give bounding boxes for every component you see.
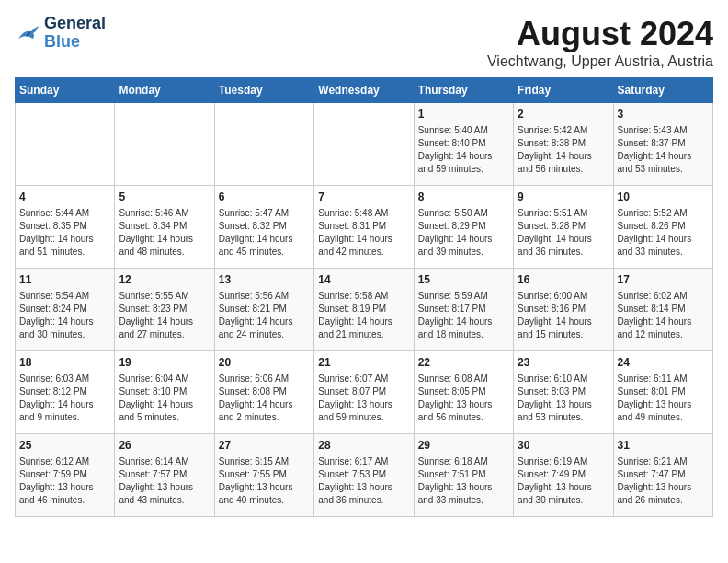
calendar-cell: 4Sunrise: 5:44 AM Sunset: 8:35 PM Daylig… bbox=[16, 186, 115, 269]
calendar-table: SundayMondayTuesdayWednesdayThursdayFrid… bbox=[15, 77, 713, 517]
day-header-wednesday: Wednesday bbox=[314, 78, 414, 103]
calendar-cell: 23Sunrise: 6:10 AM Sunset: 8:03 PM Dayli… bbox=[514, 351, 613, 434]
day-detail: Sunrise: 6:10 AM Sunset: 8:03 PM Dayligh… bbox=[518, 373, 609, 424]
day-number: 16 bbox=[518, 272, 609, 288]
calendar-cell bbox=[16, 103, 115, 186]
calendar-title: August 2024 bbox=[487, 15, 713, 53]
day-detail: Sunrise: 6:04 AM Sunset: 8:10 PM Dayligh… bbox=[119, 373, 210, 424]
calendar-subtitle: Viechtwang, Upper Austria, Austria bbox=[487, 53, 713, 70]
day-number: 31 bbox=[618, 438, 709, 454]
day-detail: Sunrise: 6:15 AM Sunset: 7:55 PM Dayligh… bbox=[219, 455, 310, 507]
calendar-cell: 5Sunrise: 5:46 AM Sunset: 8:34 PM Daylig… bbox=[115, 186, 214, 269]
calendar-cell bbox=[314, 103, 414, 186]
day-detail: Sunrise: 6:03 AM Sunset: 8:12 PM Dayligh… bbox=[19, 373, 110, 424]
day-detail: Sunrise: 5:52 AM Sunset: 8:26 PM Dayligh… bbox=[618, 207, 709, 259]
day-detail: Sunrise: 6:11 AM Sunset: 8:01 PM Dayligh… bbox=[618, 373, 709, 424]
days-header-row: SundayMondayTuesdayWednesdayThursdayFrid… bbox=[16, 78, 713, 103]
calendar-cell: 24Sunrise: 6:11 AM Sunset: 8:01 PM Dayli… bbox=[613, 351, 712, 434]
day-number: 13 bbox=[219, 272, 310, 288]
calendar-header: SundayMondayTuesdayWednesdayThursdayFrid… bbox=[16, 78, 713, 103]
week-row-1: 1Sunrise: 5:40 AM Sunset: 8:40 PM Daylig… bbox=[16, 103, 713, 186]
day-number: 9 bbox=[518, 190, 609, 205]
day-number: 19 bbox=[119, 355, 210, 371]
day-detail: Sunrise: 6:18 AM Sunset: 7:51 PM Dayligh… bbox=[418, 455, 509, 507]
day-number: 22 bbox=[418, 355, 509, 371]
week-row-3: 11Sunrise: 5:54 AM Sunset: 8:24 PM Dayli… bbox=[16, 269, 713, 351]
day-number: 11 bbox=[19, 272, 110, 288]
day-detail: Sunrise: 5:42 AM Sunset: 8:38 PM Dayligh… bbox=[518, 124, 609, 176]
logo-bird-icon bbox=[15, 22, 40, 44]
calendar-cell: 27Sunrise: 6:15 AM Sunset: 7:55 PM Dayli… bbox=[214, 434, 313, 517]
calendar-cell: 21Sunrise: 6:07 AM Sunset: 8:07 PM Dayli… bbox=[314, 351, 414, 434]
day-number: 20 bbox=[219, 355, 310, 371]
calendar-cell: 20Sunrise: 6:06 AM Sunset: 8:08 PM Dayli… bbox=[214, 351, 313, 434]
calendar-cell bbox=[115, 103, 214, 186]
logo-line1: General bbox=[44, 15, 106, 33]
day-number: 17 bbox=[618, 272, 709, 288]
day-number: 1 bbox=[418, 107, 509, 122]
day-number: 25 bbox=[19, 438, 110, 454]
calendar-cell: 7Sunrise: 5:48 AM Sunset: 8:31 PM Daylig… bbox=[314, 186, 414, 269]
day-detail: Sunrise: 5:59 AM Sunset: 8:17 PM Dayligh… bbox=[418, 290, 509, 341]
day-detail: Sunrise: 6:00 AM Sunset: 8:16 PM Dayligh… bbox=[518, 290, 609, 341]
logo-line2: Blue bbox=[44, 33, 106, 52]
page-header: General Blue August 2024 Viechtwang, Upp… bbox=[15, 15, 713, 70]
calendar-cell: 17Sunrise: 6:02 AM Sunset: 8:14 PM Dayli… bbox=[613, 269, 712, 351]
day-detail: Sunrise: 5:56 AM Sunset: 8:21 PM Dayligh… bbox=[219, 290, 310, 341]
calendar-cell: 9Sunrise: 5:51 AM Sunset: 8:28 PM Daylig… bbox=[514, 186, 613, 269]
day-header-friday: Friday bbox=[514, 78, 613, 103]
day-detail: Sunrise: 5:54 AM Sunset: 8:24 PM Dayligh… bbox=[19, 290, 110, 341]
week-row-4: 18Sunrise: 6:03 AM Sunset: 8:12 PM Dayli… bbox=[16, 351, 713, 434]
day-number: 30 bbox=[518, 438, 609, 454]
day-detail: Sunrise: 5:55 AM Sunset: 8:23 PM Dayligh… bbox=[119, 290, 210, 341]
calendar-cell: 31Sunrise: 6:21 AM Sunset: 7:47 PM Dayli… bbox=[613, 434, 712, 517]
calendar-cell: 12Sunrise: 5:55 AM Sunset: 8:23 PM Dayli… bbox=[115, 269, 214, 351]
day-number: 27 bbox=[219, 438, 310, 454]
day-number: 29 bbox=[418, 438, 509, 454]
day-detail: Sunrise: 5:44 AM Sunset: 8:35 PM Dayligh… bbox=[19, 207, 110, 259]
day-detail: Sunrise: 6:12 AM Sunset: 7:59 PM Dayligh… bbox=[19, 455, 110, 507]
calendar-cell: 22Sunrise: 6:08 AM Sunset: 8:05 PM Dayli… bbox=[414, 351, 513, 434]
logo-text: General Blue bbox=[44, 15, 106, 52]
day-detail: Sunrise: 5:46 AM Sunset: 8:34 PM Dayligh… bbox=[119, 207, 210, 259]
calendar-cell: 16Sunrise: 6:00 AM Sunset: 8:16 PM Dayli… bbox=[514, 269, 613, 351]
calendar-cell: 19Sunrise: 6:04 AM Sunset: 8:10 PM Dayli… bbox=[115, 351, 214, 434]
day-detail: Sunrise: 6:06 AM Sunset: 8:08 PM Dayligh… bbox=[219, 373, 310, 424]
logo: General Blue bbox=[15, 15, 106, 52]
week-row-2: 4Sunrise: 5:44 AM Sunset: 8:35 PM Daylig… bbox=[16, 186, 713, 269]
day-detail: Sunrise: 5:51 AM Sunset: 8:28 PM Dayligh… bbox=[518, 207, 609, 259]
calendar-cell: 15Sunrise: 5:59 AM Sunset: 8:17 PM Dayli… bbox=[414, 269, 513, 351]
day-number: 6 bbox=[219, 190, 310, 205]
day-detail: Sunrise: 6:07 AM Sunset: 8:07 PM Dayligh… bbox=[318, 373, 409, 424]
day-number: 14 bbox=[318, 272, 409, 288]
day-number: 24 bbox=[618, 355, 709, 371]
day-detail: Sunrise: 6:21 AM Sunset: 7:47 PM Dayligh… bbox=[618, 455, 709, 507]
day-number: 28 bbox=[318, 438, 409, 454]
day-number: 26 bbox=[119, 438, 210, 454]
calendar-cell: 3Sunrise: 5:43 AM Sunset: 8:37 PM Daylig… bbox=[613, 103, 712, 186]
day-number: 3 bbox=[618, 107, 709, 122]
day-detail: Sunrise: 6:08 AM Sunset: 8:05 PM Dayligh… bbox=[418, 373, 509, 424]
day-detail: Sunrise: 6:19 AM Sunset: 7:49 PM Dayligh… bbox=[518, 455, 609, 507]
day-header-sunday: Sunday bbox=[16, 78, 115, 103]
calendar-cell: 18Sunrise: 6:03 AM Sunset: 8:12 PM Dayli… bbox=[16, 351, 115, 434]
calendar-cell: 14Sunrise: 5:58 AM Sunset: 8:19 PM Dayli… bbox=[314, 269, 414, 351]
calendar-cell: 30Sunrise: 6:19 AM Sunset: 7:49 PM Dayli… bbox=[514, 434, 613, 517]
week-row-5: 25Sunrise: 6:12 AM Sunset: 7:59 PM Dayli… bbox=[16, 434, 713, 517]
calendar-cell: 8Sunrise: 5:50 AM Sunset: 8:29 PM Daylig… bbox=[414, 186, 513, 269]
day-number: 12 bbox=[119, 272, 210, 288]
day-number: 15 bbox=[418, 272, 509, 288]
day-detail: Sunrise: 6:14 AM Sunset: 7:57 PM Dayligh… bbox=[119, 455, 210, 507]
calendar-cell: 13Sunrise: 5:56 AM Sunset: 8:21 PM Dayli… bbox=[214, 269, 313, 351]
day-detail: Sunrise: 5:58 AM Sunset: 8:19 PM Dayligh… bbox=[318, 290, 409, 341]
calendar-cell: 1Sunrise: 5:40 AM Sunset: 8:40 PM Daylig… bbox=[414, 103, 513, 186]
day-number: 18 bbox=[19, 355, 110, 371]
day-detail: Sunrise: 5:50 AM Sunset: 8:29 PM Dayligh… bbox=[418, 207, 509, 259]
calendar-cell: 2Sunrise: 5:42 AM Sunset: 8:38 PM Daylig… bbox=[514, 103, 613, 186]
day-number: 5 bbox=[119, 190, 210, 205]
day-detail: Sunrise: 5:47 AM Sunset: 8:32 PM Dayligh… bbox=[219, 207, 310, 259]
day-number: 8 bbox=[418, 190, 509, 205]
day-number: 4 bbox=[19, 190, 110, 205]
day-header-tuesday: Tuesday bbox=[214, 78, 313, 103]
day-number: 23 bbox=[518, 355, 609, 371]
